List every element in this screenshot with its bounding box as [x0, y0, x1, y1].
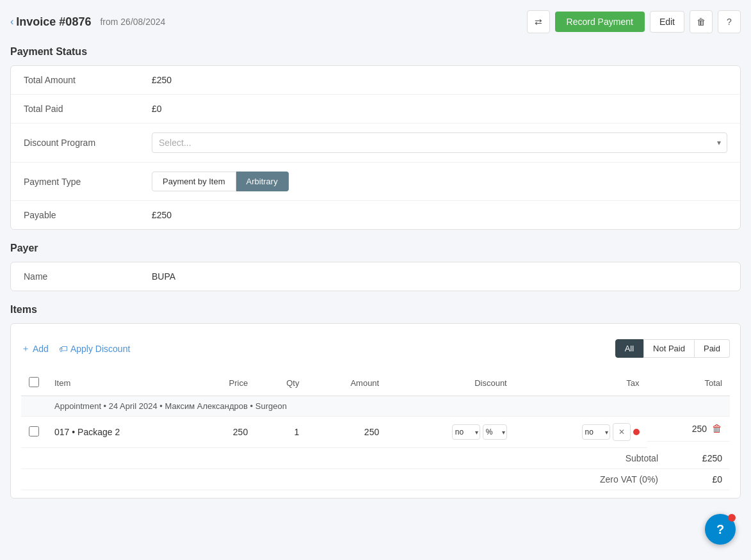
appointment-group-label: Appointment • 24 April 2024 • Максим Але… [47, 396, 730, 417]
tax-remove-button[interactable]: ✕ [613, 423, 631, 441]
item-name: 017 • Package 2 [47, 417, 193, 448]
total-paid-value: £0 [152, 104, 727, 114]
vat-row: Zero VAT (0%) £0 [21, 469, 730, 490]
subtotal-section: Subtotal £250 Zero VAT (0%) £0 [21, 448, 730, 490]
delete-row-button[interactable]: 🗑 [712, 423, 722, 435]
tax-no-wrapper: no [582, 424, 610, 440]
page-header: ‹ Invoice #0876 from 26/08/2024 ⇄ Record… [10, 10, 741, 33]
back-icon: ‹ [10, 16, 13, 28]
payer-card: Name BUPA [10, 262, 741, 291]
arbitrary-button[interactable]: Arbitrary [236, 172, 289, 191]
vat-value: £0 [684, 474, 722, 484]
payment-by-item-button[interactable]: Payment by Item [152, 172, 236, 191]
question-icon: ? [727, 17, 732, 27]
subtotal-row: Subtotal £250 [21, 448, 730, 469]
add-item-button[interactable]: ＋ Add [21, 343, 49, 355]
col-item-header: Item [47, 371, 193, 396]
not-paid-indicator [633, 429, 640, 435]
subtotal-label: Subtotal [626, 453, 658, 463]
delete-button[interactable]: 🗑 [690, 10, 713, 33]
items-title: Items [10, 304, 741, 316]
item-discount: no % [387, 417, 515, 448]
discount-no-wrapper: no [452, 424, 480, 440]
items-toolbar: ＋ Add 🏷 Apply Discount All Not Paid Paid [21, 332, 730, 365]
discount-pct-wrapper: % [483, 424, 507, 440]
filter-group: All Not Paid Paid [615, 339, 730, 358]
payer-name-value: BUPA [152, 271, 727, 282]
discount-program-label: Discount Program [24, 138, 152, 148]
row-checkbox[interactable] [29, 426, 39, 436]
total-amount-value: £250 [152, 75, 727, 85]
payer-name-row: Name BUPA [11, 262, 740, 291]
tax-no-select[interactable]: no [582, 424, 610, 440]
appointment-group-row: Appointment • 24 April 2024 • Максим Але… [21, 396, 730, 417]
payer-name-label: Name [24, 271, 152, 282]
filter-paid-button[interactable]: Paid [695, 339, 730, 358]
discount-program-row: Discount Program Select... ▾ [11, 124, 740, 163]
payment-type-row: Payment Type Payment by Item Arbitrary [11, 163, 740, 201]
help-header-button[interactable]: ? [718, 10, 741, 33]
discount-program-select[interactable]: Select... [152, 132, 727, 153]
payment-status-title: Payment Status [10, 46, 741, 58]
payer-title: Payer [10, 243, 741, 254]
help-fab-icon: ? [716, 522, 724, 537]
payable-row: Payable £250 [11, 201, 740, 229]
apply-discount-button[interactable]: 🏷 Apply Discount [59, 344, 130, 354]
help-fab-button[interactable]: ? [705, 514, 736, 545]
items-toolbar-left: ＋ Add 🏷 Apply Discount [21, 343, 130, 355]
items-table: Item Price Qty Amount Discount Tax Total… [21, 371, 730, 448]
header-left: ‹ Invoice #0876 from 26/08/2024 [10, 15, 165, 29]
discount-program-select-wrapper: Select... ▾ [152, 132, 727, 153]
header-actions: ⇄ Record Payment Edit 🗑 ? [527, 10, 741, 33]
help-badge [728, 514, 736, 522]
discount-no-select[interactable]: no [452, 424, 480, 440]
plus-icon: ＋ [21, 343, 30, 355]
payment-status-card: Total Amount £250 Total Paid £0 Discount… [10, 65, 741, 230]
item-tax: no ✕ [515, 417, 647, 448]
total-paid-row: Total Paid £0 [11, 95, 740, 124]
total-amount-row: Total Amount £250 [11, 66, 740, 95]
invoice-date: from 26/08/2024 [100, 17, 165, 27]
item-amount: 250 [307, 417, 387, 448]
tools-icon: ⇄ [535, 17, 542, 27]
col-total-header: Total [647, 371, 730, 396]
table-row: 017 • Package 2 250 1 250 no [21, 417, 730, 448]
invoice-title: Invoice #0876 [16, 15, 91, 29]
payable-label: Payable [24, 210, 152, 220]
item-total: 250 🗑 [647, 417, 730, 442]
item-qty: 1 [255, 417, 307, 448]
total-paid-label: Total Paid [24, 104, 152, 114]
payment-type-group: Payment by Item Arbitrary [152, 172, 289, 191]
filter-all-button[interactable]: All [615, 339, 643, 358]
select-all-checkbox[interactable] [29, 377, 39, 387]
table-header-row: Item Price Qty Amount Discount Tax Total [21, 371, 730, 396]
col-discount-header: Discount [387, 371, 515, 396]
back-link[interactable]: ‹ Invoice #0876 [10, 15, 91, 29]
col-tax-header: Tax [515, 371, 647, 396]
item-price: 250 [193, 417, 255, 448]
record-payment-button[interactable]: Record Payment [555, 12, 645, 32]
edit-button[interactable]: Edit [650, 11, 684, 33]
discount-pct-select[interactable]: % [483, 424, 507, 440]
items-card: ＋ Add 🏷 Apply Discount All Not Paid Paid [10, 323, 741, 499]
subtotal-value: £250 [684, 453, 722, 463]
tools-button[interactable]: ⇄ [527, 10, 550, 33]
col-price-header: Price [193, 371, 255, 396]
payable-value: £250 [152, 210, 727, 220]
vat-label: Zero VAT (0%) [600, 474, 658, 484]
payment-type-label: Payment Type [24, 177, 152, 187]
discount-icon: 🏷 [59, 344, 68, 354]
col-qty-header: Qty [255, 371, 307, 396]
col-amount-header: Amount [307, 371, 387, 396]
total-amount-label: Total Amount [24, 75, 152, 85]
trash-icon: 🗑 [697, 17, 706, 27]
filter-not-paid-button[interactable]: Not Paid [643, 339, 695, 358]
